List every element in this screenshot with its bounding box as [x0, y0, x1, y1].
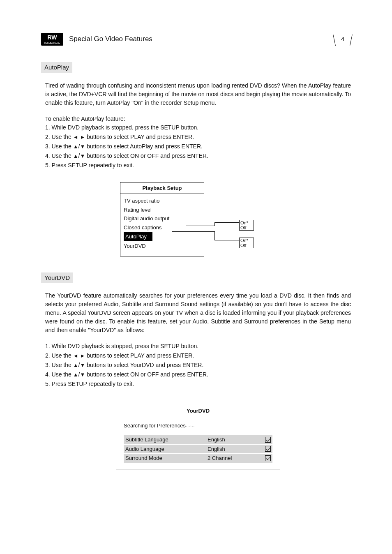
autoplay-step-2: 2. Use the ◄ ► buttons to select PLAY an…: [45, 133, 351, 141]
autoplay-steps: 1. While DVD playback is stopped, press …: [45, 123, 351, 170]
right-icon: ►: [80, 353, 85, 359]
up-icon: ▲: [73, 143, 78, 150]
connector-line: [214, 222, 215, 226]
autoplay-step-3: 3. Use the ▲/▼ buttons to select AutoPla…: [45, 142, 351, 151]
connector-line: [172, 231, 214, 232]
option-on: On*: [240, 238, 253, 243]
up-icon: ▲: [73, 362, 78, 368]
left-icon: ◄: [73, 134, 78, 140]
up-icon: ▲: [73, 372, 78, 378]
yourdvd-option-box: On* Off: [239, 238, 254, 248]
left-icon: ◄: [73, 353, 78, 359]
yourdvd-step-3: 3. Use the ▲/▼ buttons to select YourDVD…: [45, 361, 351, 369]
down-icon: ▼: [80, 372, 85, 378]
playback-setup-diagram: Playback Setup TV aspect ratio Rating le…: [120, 182, 276, 252]
row-value: English: [208, 436, 265, 444]
yourdvd-screen-box: YourDVD Searching for Preferences······ …: [116, 401, 280, 469]
row-label: Subtitle Language: [125, 436, 208, 444]
section-tag-autoplay: AutoPlay: [41, 62, 72, 73]
pb-item-rating: Rating level: [124, 205, 201, 215]
autoplay-step-4: 4. Use the ▲/▼ buttons to select ON or O…: [45, 152, 351, 160]
page-header: RW DVD+ReWritable Special Go Video Featu…: [41, 33, 351, 47]
yourdvd-step-4: 4. Use the ▲/▼ buttons to select ON or O…: [45, 370, 351, 379]
yourdvd-intro: The YourDVD feature automatically search…: [45, 291, 351, 335]
yourdvd-row-audio: Audio Language English: [124, 445, 272, 454]
yourdvd-step-5: 5. Press SETUP repeatedly to exit.: [45, 380, 351, 388]
section-tag-yourdvd: YourDVD: [41, 272, 73, 284]
option-off: Off: [240, 225, 253, 230]
yourdvd-row-surround: Surround Mode 2 Channel: [124, 454, 272, 463]
autoplay-intro: Tired of wading through confusing and in…: [45, 81, 351, 107]
pb-item-tv-aspect: TV aspect ratio: [124, 196, 201, 205]
down-icon: ▼: [80, 153, 85, 159]
pb-item-audio-output: Digital audio output: [124, 214, 201, 223]
right-icon: ►: [80, 134, 85, 140]
playback-setup-title: Playback Setup: [120, 182, 204, 194]
autoplay-enable-line: To enable the AutoPlay feature:: [45, 115, 351, 123]
pb-item-closed-captions: Closed captions: [124, 223, 201, 232]
check-icon: [265, 437, 271, 443]
yourdvd-box-title: YourDVD: [124, 407, 272, 415]
rw-badge-subtext: DVD+ReWritable: [41, 42, 63, 46]
yourdvd-steps: 1. While DVD playback is stopped, press …: [45, 342, 351, 388]
row-label: Audio Language: [125, 445, 208, 453]
rw-badge-text: RW: [41, 33, 63, 42]
yourdvd-body: The YourDVD feature automatically search…: [45, 291, 351, 469]
up-icon: ▲: [73, 153, 78, 159]
row-label: Surround Mode: [125, 454, 208, 462]
playback-setup-box: Playback Setup TV aspect ratio Rating le…: [120, 182, 204, 257]
connector-line: [214, 231, 215, 240]
yourdvd-row-subtitle: Subtitle Language English: [124, 435, 272, 444]
connector-line: [186, 226, 214, 226]
connector-line: [214, 222, 239, 223]
page-number: 4: [334, 35, 351, 44]
row-value: English: [208, 445, 265, 453]
check-icon: [265, 455, 271, 461]
option-on: On*: [240, 220, 253, 225]
autoplay-step-5: 5. Press SETUP repeatedly to exit.: [45, 161, 351, 170]
rw-badge: RW DVD+ReWritable: [41, 33, 63, 45]
down-icon: ▼: [80, 362, 85, 368]
pb-item-autoplay: AutoPlay: [124, 232, 201, 242]
connector-line: [214, 240, 239, 240]
yourdvd-step-1: 1. While DVD playback is stopped, press …: [45, 342, 351, 351]
autoplay-step-1: 1. While DVD playback is stopped, press …: [45, 123, 351, 132]
yourdvd-status: Searching for Preferences······: [124, 422, 272, 430]
autoplay-body: Tired of wading through confusing and in…: [45, 81, 351, 252]
pb-item-yourdvd: YourDVD: [124, 242, 201, 251]
header-title: Special Go Video Features: [69, 34, 334, 44]
check-icon: [265, 446, 271, 452]
down-icon: ▼: [80, 143, 85, 150]
row-value: 2 Channel: [208, 454, 265, 462]
option-off: Off: [240, 243, 253, 248]
yourdvd-step-2: 2. Use the ◄ ► buttons to select PLAY an…: [45, 351, 351, 360]
autoplay-option-box: On* Off: [239, 220, 254, 231]
